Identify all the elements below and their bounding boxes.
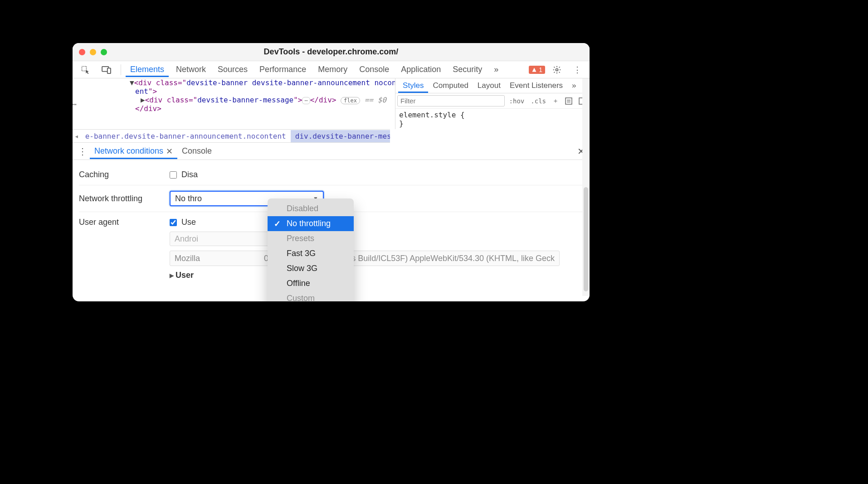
caret-right-icon: ▶ [170,272,174,279]
dom-line[interactable]: ▼<div class="devsite-banner devsite-bann… [75,78,392,87]
dom-tree[interactable]: … ▼<div class="devsite-banner devsite-ba… [73,78,395,129]
error-count: 1 [539,66,542,73]
styles-toolbar: :hov .cls ＋ [395,93,590,109]
dom-line[interactable]: ent"> [75,87,392,96]
tab-elements[interactable]: Elements [126,62,169,77]
tab-network[interactable]: Network [171,62,210,77]
error-count-badge[interactable]: 1 [529,66,545,74]
svg-rect-5 [566,98,572,104]
menu-group-header: Presets [268,231,354,246]
tab-sources[interactable]: Sources [213,62,252,77]
computed-styles-icon[interactable] [563,97,574,105]
styles-more-tabs-icon[interactable]: » [567,78,580,93]
scrollbar-thumb[interactable] [584,187,588,291]
menu-item-slow-3g[interactable]: Slow 3G [268,261,354,276]
menu-item-fast-3g[interactable]: Fast 3G [268,246,354,261]
devtools-window: DevTools - developer.chrome.com/ Element… [73,43,590,301]
minimize-window-button[interactable] [90,49,96,55]
caching-row: Caching Disa [79,165,583,185]
svg-rect-2 [107,68,111,73]
breadcrumb-item-selected[interactable]: div.devsite-banner-message [291,130,390,142]
styles-tabs: Styles Computed Layout Event Listeners » [395,78,590,93]
gutter-ellipsis-icon[interactable]: … [73,97,77,107]
user-agent-string-input[interactable]: Mozilla 0.2; en-us; Galaxy Nexus Build/I… [170,251,560,266]
styles-tab-eventlisteners[interactable]: Event Listeners [505,78,567,93]
window-title: DevTools - developer.chrome.com/ [264,47,399,57]
menu-group-header: Disabled [268,201,354,216]
disable-cache-checkbox[interactable] [170,171,177,179]
throttling-dropdown-menu: Disabled No throttling Presets Fast 3G S… [268,198,354,301]
user-agent-label: User agent [79,218,170,227]
main-menu-kebab-icon[interactable]: ⋮ [569,62,586,77]
toggle-hov-button[interactable]: :hov [507,97,527,105]
toolbar-divider [121,64,121,75]
drawer-tabs: ⋮ Network conditions ✕ Console ✕ [73,143,590,160]
styles-panel: Styles Computed Layout Event Listeners »… [395,78,590,129]
styles-tab-styles[interactable]: Styles [398,78,428,93]
breadcrumb-scroll-left-icon[interactable]: ◂ [73,132,81,140]
caching-label: Caching [79,170,170,179]
styles-tab-computed[interactable]: Computed [428,78,473,93]
tab-console[interactable]: Console [355,62,394,77]
use-browser-default-label: Use [181,218,196,227]
new-style-rule-icon[interactable]: ＋ [551,97,561,105]
styles-rules[interactable]: element.style { } [395,109,590,130]
main-toolbar: Elements Network Sources Performance Mem… [73,61,590,78]
styles-tab-layout[interactable]: Layout [473,78,505,93]
menu-item-no-throttling[interactable]: No throttling [268,216,354,231]
menu-item-offline[interactable]: Offline [268,276,354,291]
styles-filter-input[interactable] [397,95,504,106]
tab-performance[interactable]: Performance [255,62,311,77]
tab-memory[interactable]: Memory [313,62,352,77]
drawer-tab-console[interactable]: Console [177,144,216,159]
rule-close-brace: } [399,119,586,128]
settings-gear-icon[interactable] [548,63,566,77]
elements-panel: … ▼<div class="devsite-banner devsite-ba… [73,78,590,129]
throttling-select-value: No thro [175,194,202,203]
zoom-window-button[interactable] [101,49,107,55]
throttling-label: Network throttling [79,194,170,203]
close-window-button[interactable] [79,49,85,55]
drawer-tab-network-conditions[interactable]: Network conditions ✕ [90,144,177,159]
dom-breadcrumbs[interactable]: ◂ e-banner.devsite-banner-announcement.n… [73,129,390,143]
rule-selector: element.style { [399,111,586,119]
toggle-cls-button[interactable]: .cls [529,97,548,105]
tab-application[interactable]: Application [396,62,445,77]
drawer-menu-kebab-icon[interactable]: ⋮ [75,146,90,157]
use-browser-default-checkbox[interactable] [170,219,177,226]
inspect-element-icon[interactable] [76,63,94,77]
breadcrumb-item[interactable]: e-banner.devsite-banner-announcement.noc… [81,130,291,142]
dom-line[interactable]: </div> [75,104,392,113]
disable-cache-label: Disa [181,170,198,179]
dom-line-selected[interactable]: ▶<div class="devsite-banner-message">⋯</… [75,96,392,104]
menu-group-header: Custom [268,291,354,301]
close-tab-icon[interactable]: ✕ [166,146,173,156]
device-toolbar-icon[interactable] [97,63,116,77]
svg-point-4 [556,68,558,71]
window-controls [79,49,107,55]
titlebar: DevTools - developer.chrome.com/ [73,43,590,61]
tab-security[interactable]: Security [448,62,487,77]
more-tabs-icon[interactable]: » [489,62,503,77]
client-hints-expander[interactable]: ▶ User [170,271,194,280]
vertical-scrollbar[interactable] [582,78,590,296]
